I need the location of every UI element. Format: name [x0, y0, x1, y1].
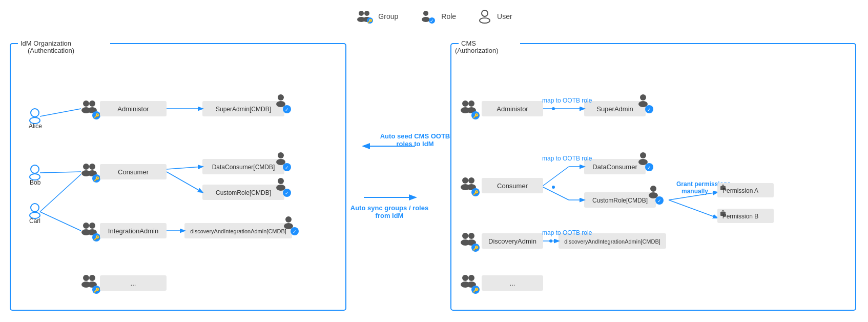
svg-point-164 — [549, 239, 552, 243]
svg-text:map to OOTB role: map to OOTB role — [542, 229, 592, 236]
user-icon — [477, 9, 493, 24]
svg-text:✓: ✓ — [285, 165, 289, 170]
svg-text:IntegrationAdmin: IntegrationAdmin — [108, 227, 158, 235]
full-diagram: IdM Organization (Authentication) CMS (A… — [5, 33, 863, 319]
svg-point-45 — [83, 223, 89, 229]
svg-point-145 — [650, 186, 656, 192]
svg-text:CustomRole[CMDB]: CustomRole[CMDB] — [216, 189, 271, 196]
svg-point-39 — [89, 164, 95, 170]
svg-line-158 — [543, 167, 569, 186]
svg-point-162 — [552, 186, 555, 189]
svg-text:...: ... — [510, 279, 515, 287]
svg-point-11 — [480, 18, 490, 23]
svg-point-6 — [423, 11, 428, 16]
svg-text:from IdM: from IdM — [376, 212, 404, 219]
svg-text:✓: ✓ — [647, 107, 651, 112]
svg-text:Carl: Carl — [29, 217, 40, 225]
svg-point-0 — [359, 11, 364, 16]
svg-text:🔑: 🔑 — [473, 245, 479, 251]
svg-text:✓: ✓ — [647, 165, 651, 170]
svg-text:Administor: Administor — [117, 105, 149, 113]
svg-point-146 — [649, 192, 658, 198]
svg-text:DataConsumer[CMDB]: DataConsumer[CMDB] — [212, 164, 275, 171]
svg-text:...: ... — [131, 279, 136, 287]
svg-text:✓: ✓ — [293, 229, 297, 234]
svg-line-88 — [40, 212, 81, 231]
svg-point-75 — [278, 178, 284, 184]
svg-text:🔑: 🔑 — [94, 113, 100, 119]
svg-point-133 — [640, 94, 646, 100]
svg-point-109 — [468, 177, 474, 184]
svg-text:discoveryAndIntegrationAdmin[C: discoveryAndIntegrationAdmin[CMDB] — [564, 238, 660, 245]
diagram-svg: IdM Organization (Authentication) CMS (A… — [5, 33, 863, 319]
legend-user: User — [477, 9, 512, 24]
svg-text:🔑: 🔑 — [473, 190, 479, 196]
svg-point-64 — [276, 101, 285, 107]
svg-point-2 — [364, 11, 369, 16]
svg-text:DiscoveryAdmin: DiscoveryAdmin — [488, 237, 536, 245]
legend-user-label: User — [497, 12, 512, 21]
svg-text:🔑: 🔑 — [473, 113, 479, 119]
svg-rect-12 — [10, 44, 346, 310]
svg-point-99 — [462, 100, 468, 107]
svg-point-81 — [285, 216, 292, 223]
svg-text:✓: ✓ — [657, 198, 662, 204]
svg-text:Administor: Administor — [497, 105, 528, 113]
svg-text:🔑: 🔑 — [473, 287, 479, 293]
svg-point-10 — [482, 10, 488, 16]
svg-text:SuperAdmin[CMDB]: SuperAdmin[CMDB] — [216, 106, 271, 113]
svg-text:🔑: 🔑 — [367, 18, 373, 24]
svg-text:map to OOTB role: map to OOTB role — [542, 97, 592, 104]
svg-rect-16 — [451, 44, 856, 310]
svg-text:IdM Organization: IdM Organization — [20, 39, 71, 47]
svg-point-26 — [31, 204, 39, 212]
legend-group: 🔑 Group — [356, 9, 398, 24]
svg-line-86 — [40, 172, 81, 173]
svg-text:CustomRole[CMDB]: CustomRole[CMDB] — [592, 197, 648, 204]
svg-point-123 — [462, 275, 468, 281]
svg-point-31 — [89, 100, 95, 107]
svg-text:Consumer: Consumer — [497, 182, 528, 190]
svg-text:🔑: 🔑 — [94, 176, 100, 182]
svg-point-63 — [278, 94, 284, 100]
svg-text:🔑: 🔑 — [94, 235, 100, 241]
svg-text:roles to IdM: roles to IdM — [397, 140, 434, 148]
svg-point-134 — [638, 101, 648, 107]
legend: 🔑 Group ✓ Role User — [0, 0, 868, 29]
svg-point-47 — [89, 223, 95, 229]
svg-text:Alice: Alice — [29, 123, 42, 130]
svg-text:(Authorization): (Authorization) — [455, 47, 499, 54]
svg-point-20 — [31, 109, 39, 117]
svg-text:Bob: Bob — [30, 179, 41, 186]
svg-point-7 — [422, 17, 430, 22]
svg-text:Permission A: Permission A — [722, 187, 758, 194]
legend-role: ✓ Role — [419, 9, 456, 24]
svg-text:Auto seed CMS OOTB: Auto seed CMS OOTB — [380, 132, 450, 140]
svg-text:Auto sync groups / roles: Auto sync groups / roles — [350, 204, 428, 212]
svg-point-70 — [276, 159, 285, 165]
svg-text:Permission B: Permission B — [722, 213, 759, 220]
svg-text:(Authentication): (Authentication) — [28, 47, 74, 54]
svg-text:DataConsumer: DataConsumer — [592, 163, 637, 171]
svg-point-101 — [468, 100, 474, 107]
svg-line-166 — [669, 200, 717, 218]
svg-point-23 — [31, 165, 39, 173]
svg-point-37 — [83, 164, 89, 170]
svg-point-82 — [284, 223, 293, 229]
svg-text:discoveryAndIntegrationAdmin[C: discoveryAndIntegrationAdmin[CMDB] — [190, 228, 286, 234]
svg-point-69 — [278, 152, 284, 158]
svg-line-85 — [40, 109, 81, 116]
svg-text:CMS: CMS — [461, 39, 476, 47]
svg-text:Consumer: Consumer — [118, 168, 149, 176]
svg-text:✓: ✓ — [285, 107, 289, 112]
svg-point-55 — [89, 275, 95, 281]
svg-line-91 — [167, 172, 202, 192]
group-icon: 🔑 — [356, 9, 374, 24]
svg-text:✓: ✓ — [430, 18, 434, 24]
svg-point-53 — [83, 275, 89, 281]
svg-point-125 — [468, 275, 474, 281]
legend-role-label: Role — [441, 12, 456, 21]
svg-text:🔑: 🔑 — [94, 287, 100, 293]
svg-point-157 — [552, 107, 555, 110]
svg-line-87 — [40, 174, 81, 212]
